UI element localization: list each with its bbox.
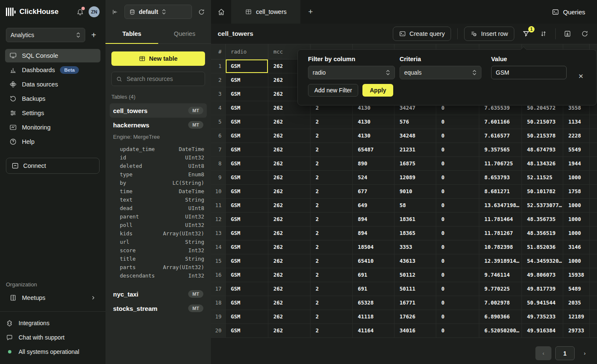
- cell[interactable]: 18365: [394, 226, 436, 240]
- table-item-hackernews[interactable]: hackernews MT: [110, 118, 207, 132]
- footer-item-integrations[interactable]: Integrations: [6, 317, 100, 329]
- cell[interactable]: 0: [436, 296, 479, 310]
- cell[interactable]: [590, 199, 597, 212]
- cell[interactable]: 51.852036: [522, 240, 563, 254]
- cell[interactable]: 262: [268, 213, 311, 226]
- cell[interactable]: 9.357565: [479, 143, 522, 156]
- cell[interactable]: 6.52050200…: [479, 324, 522, 337]
- cell[interactable]: 262: [268, 282, 311, 296]
- cell[interactable]: 6.890366: [479, 310, 522, 324]
- cell[interactable]: 2: [311, 282, 353, 296]
- cell[interactable]: 65328: [353, 296, 394, 310]
- cell[interactable]: 2: [311, 185, 353, 198]
- cell[interactable]: 5489: [563, 282, 590, 296]
- cell[interactable]: GSM: [226, 268, 268, 282]
- column-header-radio[interactable]: radio: [226, 44, 268, 59]
- cell[interactable]: [590, 171, 597, 184]
- sidebar-item-dashboards[interactable]: Dashboards Beta: [5, 63, 100, 77]
- cell[interactable]: 262: [268, 115, 311, 129]
- cell[interactable]: [590, 296, 597, 310]
- cell[interactable]: 262: [268, 143, 311, 156]
- tab-home[interactable]: [211, 0, 231, 24]
- cell[interactable]: GSM: [226, 157, 268, 170]
- cell[interactable]: 7.601166: [479, 115, 522, 129]
- cell[interactable]: 0: [436, 282, 479, 296]
- cell[interactable]: 2: [311, 240, 353, 254]
- cell[interactable]: 262: [268, 226, 311, 240]
- footer-item-chat-support[interactable]: Chat with support: [6, 331, 100, 344]
- cell[interactable]: 262: [268, 310, 311, 324]
- cell[interactable]: 50.215073: [522, 115, 563, 129]
- cell[interactable]: 649: [353, 199, 394, 212]
- cell[interactable]: 691: [353, 268, 394, 282]
- cell[interactable]: 262: [268, 157, 311, 170]
- cell[interactable]: 48.674793: [522, 143, 563, 156]
- cell[interactable]: 2: [311, 129, 353, 143]
- cell[interactable]: 3146: [563, 240, 590, 254]
- cell[interactable]: [590, 115, 597, 129]
- cell[interactable]: 12.3918914…: [479, 254, 522, 268]
- cell[interactable]: 12089: [394, 171, 436, 184]
- cell[interactable]: GSM: [226, 199, 268, 212]
- cell[interactable]: 49.806073: [522, 268, 563, 282]
- cell[interactable]: 0: [436, 213, 479, 226]
- cell[interactable]: 2: [311, 226, 353, 240]
- cell[interactable]: 0: [436, 310, 479, 324]
- cell[interactable]: 54.3459320…: [522, 254, 563, 268]
- tab-cell-towers[interactable]: cell_towers: [231, 0, 300, 24]
- cell[interactable]: 262: [268, 171, 311, 184]
- cell[interactable]: 0: [436, 268, 479, 282]
- cell[interactable]: GSM: [226, 115, 268, 129]
- cell[interactable]: 1000: [563, 171, 590, 184]
- sidebar-item-sql-console[interactable]: SQL Console: [5, 49, 100, 62]
- cell[interactable]: 18361: [394, 213, 436, 226]
- cell[interactable]: 2: [311, 213, 353, 226]
- cell[interactable]: 52.5373077…: [522, 199, 563, 212]
- filter-column-select[interactable]: radio: [308, 66, 395, 79]
- cell[interactable]: GSM: [226, 213, 268, 226]
- cell[interactable]: 2: [311, 324, 353, 337]
- sidebar-item-help[interactable]: Help: [5, 135, 100, 148]
- create-query-button[interactable]: Create query: [393, 27, 451, 41]
- cell[interactable]: 34016: [394, 324, 436, 337]
- cell[interactable]: 9010: [394, 185, 436, 198]
- cell[interactable]: [590, 240, 597, 254]
- cell[interactable]: 16771: [394, 296, 436, 310]
- cell[interactable]: 9.746114: [479, 268, 522, 282]
- collapse-panel-button[interactable]: [110, 7, 120, 17]
- cell[interactable]: 10.782398: [479, 240, 522, 254]
- current-page-indicator[interactable]: 1: [555, 346, 575, 360]
- footer-item-system-status[interactable]: All systems operational: [6, 345, 100, 358]
- cell[interactable]: 894: [353, 213, 394, 226]
- cell[interactable]: 49.916384: [522, 324, 563, 337]
- add-workspace-button[interactable]: +: [88, 30, 100, 40]
- cell[interactable]: [590, 282, 597, 296]
- sidebar-item-backups[interactable]: Backups: [5, 92, 100, 105]
- cell[interactable]: 1000: [563, 254, 590, 268]
- cell[interactable]: 894: [353, 226, 394, 240]
- cell[interactable]: 2035: [563, 296, 590, 310]
- queries-button[interactable]: Queries: [547, 0, 597, 24]
- refresh-button[interactable]: [579, 28, 590, 39]
- cell[interactable]: 0: [436, 240, 479, 254]
- close-filter-icon[interactable]: ✕: [576, 71, 585, 81]
- cell[interactable]: [590, 185, 597, 198]
- cell[interactable]: [590, 226, 597, 240]
- cell[interactable]: 29733: [563, 324, 590, 337]
- cell[interactable]: 0: [436, 199, 479, 212]
- cell[interactable]: GSM: [226, 59, 268, 73]
- cell[interactable]: 65487: [353, 143, 394, 156]
- cell[interactable]: 2228: [563, 129, 590, 143]
- cell[interactable]: 677: [353, 185, 394, 198]
- cell[interactable]: 2: [311, 254, 353, 268]
- database-select[interactable]: default: [124, 5, 192, 19]
- cell[interactable]: 0: [436, 115, 479, 129]
- cell[interactable]: 0: [436, 254, 479, 268]
- cell[interactable]: 52.11525: [522, 171, 563, 184]
- avatar[interactable]: ZN: [89, 6, 100, 17]
- cell[interactable]: 262: [268, 199, 311, 212]
- cell[interactable]: 2: [311, 157, 353, 170]
- clickhouse-logo[interactable]: ClickHouse: [6, 8, 59, 16]
- table-item-stocks-stream[interactable]: stocks_stream MT: [110, 301, 207, 315]
- cell[interactable]: 48.356735: [522, 213, 563, 226]
